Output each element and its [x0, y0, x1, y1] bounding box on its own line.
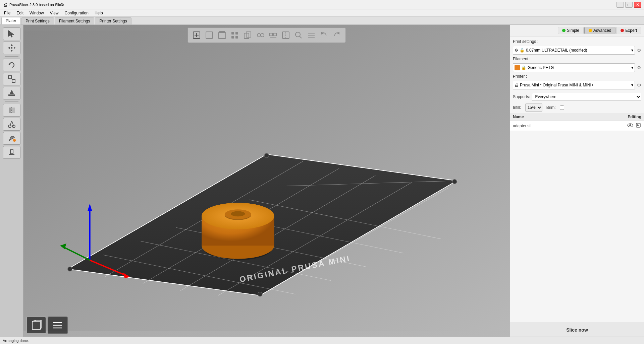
slice-now-button[interactable]: Slice now [510, 323, 644, 337]
filament-value: Generic PETG [528, 65, 630, 70]
col-name-header: Name [513, 115, 628, 119]
mirror-tool[interactable] [3, 104, 20, 117]
status-message: Arranging done. [3, 339, 29, 343]
advanced-mode-button[interactable]: Advanced [584, 27, 615, 34]
objects-list: adapter.stl [510, 121, 644, 218]
maximize-button[interactable]: □ [625, 2, 633, 8]
redo-button[interactable] [331, 29, 343, 41]
filament-value-row: 🔒 Generic PETG ▾ ⚙ [513, 63, 641, 72]
statusbar: Arranging done. [0, 337, 644, 344]
panel-spacer [510, 218, 644, 323]
view-buttons [26, 317, 68, 334]
print-settings-chevron: ▾ [631, 48, 633, 53]
delete-object-button[interactable] [203, 29, 215, 41]
titlebar: 🖨 PrusaSlicer-2.3.0 based on Slic3r ─ □ … [0, 0, 644, 9]
menu-help[interactable]: Help [92, 10, 106, 16]
svg-marker-48 [337, 32, 339, 35]
instance-button[interactable] [254, 29, 266, 41]
menu-file[interactable]: File [1, 10, 13, 16]
scale-tool[interactable] [3, 73, 20, 85]
svg-marker-3 [8, 47, 10, 49]
paint-tool[interactable] [3, 132, 20, 145]
mode-selector: Simple Advanced Expert [510, 25, 644, 37]
add-object-button[interactable] [191, 29, 203, 41]
close-button[interactable]: ✕ [634, 2, 641, 8]
menu-window[interactable]: Window [27, 10, 47, 16]
svg-rect-30 [235, 32, 238, 35]
simple-dot [562, 29, 566, 32]
visibility-icon[interactable] [627, 122, 633, 129]
printer-value: Prusa Mini * Original Prusa MINI & MINI+ [520, 83, 630, 87]
svg-rect-8 [12, 79, 15, 82]
3d-viewport-svg: ORIGINAL PRUSA MINI [23, 25, 510, 337]
move-tool[interactable] [3, 42, 20, 54]
filament-label: Filament : [513, 57, 533, 61]
svg-point-67 [258, 292, 262, 296]
expert-mode-button[interactable]: Expert [616, 27, 641, 34]
infill-label: Infill: [513, 105, 521, 110]
cut-tool[interactable] [3, 118, 20, 131]
print-settings-label: Print settings : [513, 39, 538, 44]
support-tool[interactable] [3, 146, 20, 159]
svg-rect-82 [32, 321, 40, 329]
print-settings-dropdown[interactable]: ⚙ 🔒 0.07mm ULTRADETAIL (modified) ▾ [513, 46, 635, 55]
viewport: ORIGINAL PRUSA MINI [23, 25, 510, 337]
menu-edit[interactable]: Edit [14, 10, 26, 16]
filament-dropdown[interactable]: 🔒 Generic PETG ▾ [513, 63, 635, 72]
tab-plater[interactable]: Plater [1, 17, 20, 24]
tab-printer-settings[interactable]: Printer Settings [95, 17, 131, 24]
tab-filament-settings[interactable]: Filament Settings [55, 17, 95, 24]
print-settings-config-icon[interactable]: ⚙ [637, 48, 641, 53]
svg-rect-9 [8, 94, 15, 96]
left-toolbar [0, 25, 23, 337]
printer-value-row: 🖨 Prusa Mini * Original Prusa MINI & MIN… [513, 81, 641, 89]
filament-config-icon[interactable]: ⚙ [637, 65, 641, 70]
minimize-button[interactable]: ─ [616, 2, 624, 8]
print-settings-row: Print settings : [513, 39, 641, 44]
brim-label: Brim: [546, 105, 556, 110]
viewport-toolbar-inner [187, 27, 346, 43]
supports-label: Supports: [513, 94, 530, 99]
supports-select[interactable]: Everywhere None Support on build plate o… [532, 93, 641, 101]
rotate-tool[interactable] [3, 59, 20, 71]
fill-bed-button[interactable] [267, 29, 279, 41]
filament-color-swatch [515, 65, 520, 70]
svg-rect-20 [9, 154, 14, 155]
copy-button[interactable] [241, 29, 254, 41]
simple-mode-button[interactable]: Simple [558, 27, 584, 34]
right-panel: Simple Advanced Expert Print settings : … [510, 25, 644, 337]
menubar: File Edit Window View Configuration Help [0, 9, 644, 17]
svg-rect-19 [10, 150, 13, 154]
layers-button[interactable] [305, 29, 317, 41]
select-tool[interactable] [3, 27, 20, 40]
infill-select[interactable]: 5% 10% 15% 20% 25% 30% [525, 104, 542, 112]
svg-rect-11 [9, 108, 11, 113]
printer-label-row: Printer : [513, 74, 641, 79]
delete-all-button[interactable] [216, 29, 228, 41]
tab-print-settings[interactable]: Print Settings [21, 17, 54, 24]
svg-rect-24 [206, 32, 213, 39]
svg-marker-2 [11, 50, 13, 52]
arrange-button[interactable] [229, 29, 241, 41]
menu-view[interactable]: View [47, 10, 61, 16]
search-button[interactable] [292, 29, 305, 41]
svg-marker-0 [8, 30, 14, 37]
settings-panel: Print settings : ⚙ 🔒 0.07mm ULTRADETAIL … [510, 37, 644, 92]
split-objects-button[interactable] [280, 29, 292, 41]
svg-rect-37 [270, 33, 272, 36]
svg-point-36 [261, 33, 264, 37]
filament-label-row: Filament : [513, 57, 641, 61]
filament-chevron: ▾ [631, 65, 633, 70]
printer-config-icon[interactable]: ⚙ [637, 82, 641, 88]
undo-button[interactable] [318, 29, 330, 41]
place-tool[interactable] [3, 87, 20, 99]
titlebar-left: 🖨 PrusaSlicer-2.3.0 based on Slic3r [3, 2, 64, 7]
perspective-view-button[interactable] [26, 317, 46, 334]
edit-icon[interactable] [635, 122, 641, 129]
main-content: ORIGINAL PRUSA MINI [0, 25, 644, 337]
layers-view-button[interactable] [48, 317, 68, 334]
toolbar-separator-2 [5, 101, 18, 102]
printer-dropdown[interactable]: 🖨 Prusa Mini * Original Prusa MINI & MIN… [513, 81, 635, 89]
menu-configuration[interactable]: Configuration [62, 10, 91, 16]
brim-checkbox[interactable] [560, 106, 564, 110]
